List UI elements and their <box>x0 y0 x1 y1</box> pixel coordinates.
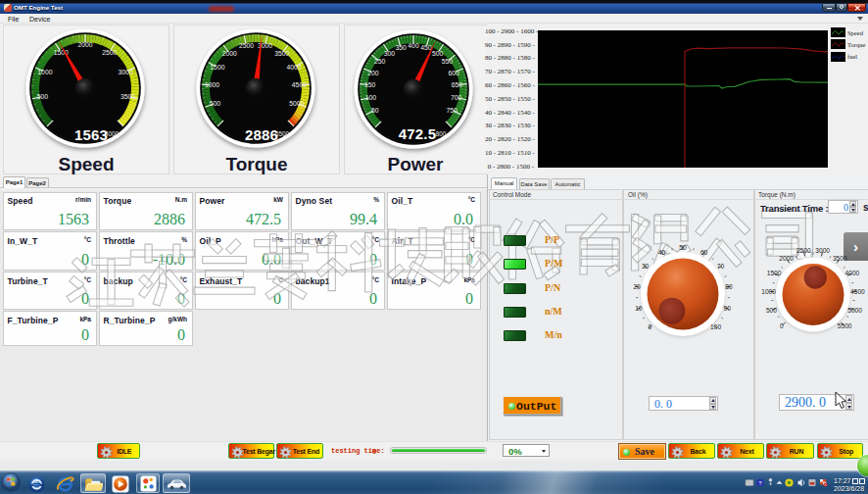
svg-text:1500: 1500 <box>767 270 782 276</box>
svg-text:5500: 5500 <box>838 322 852 329</box>
svg-text:3500: 3500 <box>833 255 847 262</box>
svg-text:5000: 5000 <box>847 307 862 314</box>
svg-text:3000: 3000 <box>815 247 830 254</box>
svg-text:1000: 1000 <box>761 288 776 295</box>
svg-text:4500: 4500 <box>850 288 865 295</box>
svg-text:500: 500 <box>766 307 777 314</box>
svg-text:4000: 4000 <box>845 270 860 276</box>
svg-text:2000: 2000 <box>779 255 794 262</box>
svg-text:2500: 2500 <box>796 247 811 254</box>
svg-text:0: 0 <box>780 322 784 329</box>
